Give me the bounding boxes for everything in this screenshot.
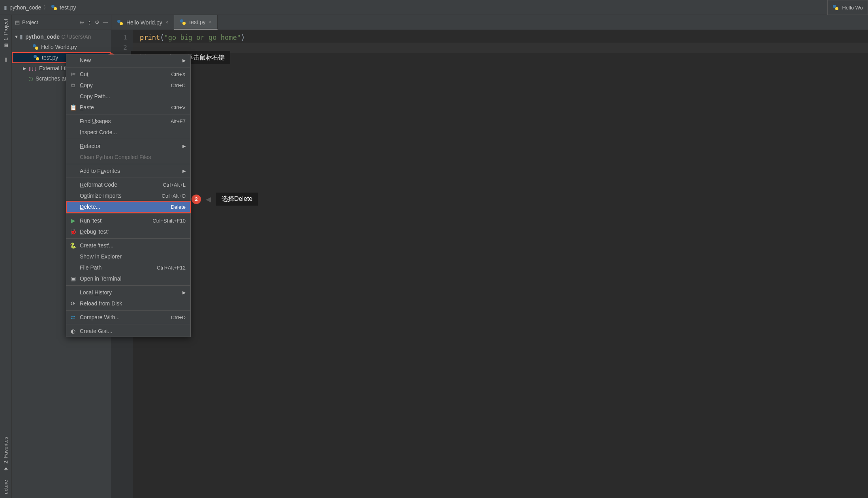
python-file-icon xyxy=(32,44,39,50)
menu-item-label: Open in Terminal xyxy=(80,275,186,282)
submenu-arrow-icon: ▶ xyxy=(182,290,186,295)
copy-icon: ⧉ xyxy=(70,82,77,89)
code-token-fn: print xyxy=(140,32,160,43)
folder-nav-icon[interactable]: ▮ xyxy=(4,56,8,62)
menu-item-label: Compare With... xyxy=(80,314,171,320)
gear-icon[interactable]: ⚙ xyxy=(95,19,100,25)
left-tool-gutter: ▤ 1: Project ▮ ★ 2: Favorites ucture xyxy=(0,15,12,498)
menu-item-create-gist[interactable]: ◐Create Gist... xyxy=(66,326,190,337)
tool-tab-project-label: 1: Project xyxy=(3,19,9,41)
menu-shortcut: Ctrl+Alt+O xyxy=(162,193,186,199)
hide-icon[interactable]: — xyxy=(103,19,108,25)
menu-item-add-to-favorites[interactable]: Add to Favorites▶ xyxy=(66,165,190,176)
svg-point-2 xyxy=(833,5,836,8)
menu-item-new[interactable]: New▶ xyxy=(66,55,190,66)
menu-item-clean-python-compiled-files: Clean Python Compiled Files xyxy=(66,152,190,163)
editor-tab-test[interactable]: test.py × xyxy=(174,15,218,30)
menu-item-local-history[interactable]: Local History▶ xyxy=(66,287,190,298)
breadcrumb-root-label: python_code xyxy=(9,4,41,11)
tool-tab-favorites[interactable]: ★ 2: Favorites xyxy=(1,433,10,476)
svg-point-7 xyxy=(36,57,39,60)
menu-shortcut: Alt+F7 xyxy=(171,118,186,124)
menu-item-copy-path[interactable]: Copy Path... xyxy=(66,91,190,102)
menu-item-find-usages[interactable]: Find UsagesAlt+F7 xyxy=(66,116,190,127)
tool-tab-project[interactable]: ▤ 1: Project xyxy=(1,15,10,52)
menu-item-compare-with[interactable]: ⇄Compare With...Ctrl+D xyxy=(66,312,190,323)
menu-shortcut: Ctrl+Shift+F10 xyxy=(152,218,186,224)
menu-item-label: Refactor xyxy=(80,143,182,149)
tree-root-label: python_code xyxy=(25,34,60,40)
menu-item-label: Paste xyxy=(80,104,171,110)
tool-tab-structure[interactable]: ucture xyxy=(1,476,10,498)
breadcrumb-file-label: test.py xyxy=(60,4,76,11)
menu-item-label: New xyxy=(80,57,182,64)
annotation-callout-2: 2◀选择Delete xyxy=(192,193,258,206)
menu-item-inspect-code[interactable]: Inspect Code... xyxy=(66,127,190,138)
python-file-icon xyxy=(51,4,57,11)
close-icon[interactable]: × xyxy=(165,19,169,25)
project-panel-header: ▤ Project ⊕ ≑ ⚙ — xyxy=(12,15,111,30)
menu-item-cut[interactable]: ✄CutCtrl+X xyxy=(66,69,190,80)
folder-icon: ▮ xyxy=(20,34,23,40)
breadcrumb-file[interactable]: test.py xyxy=(51,4,76,11)
code-content[interactable]: print("go big or go home") xyxy=(133,30,868,498)
menu-item-paste[interactable]: 📋PasteCtrl+V xyxy=(66,102,190,113)
breadcrumb-bar: ▮ python_code 〉 test.py Hello Wo xyxy=(0,0,868,15)
menu-item-delete[interactable]: Delete...Delete xyxy=(66,201,190,212)
menu-item-reload-from-disk[interactable]: ⟳Reload from Disk xyxy=(66,298,190,309)
breadcrumb-root[interactable]: ▮ python_code xyxy=(4,4,41,11)
submenu-arrow-icon: ▶ xyxy=(182,168,186,174)
svg-point-10 xyxy=(180,19,183,22)
menu-item-label: Create Gist... xyxy=(80,328,186,334)
menu-shortcut: Ctrl+Alt+L xyxy=(163,182,186,188)
menu-item-label: Delete... xyxy=(80,204,171,210)
menu-item-label: Show in Explorer xyxy=(80,253,186,260)
menu-item-label: Add to Favorites xyxy=(80,168,182,174)
line-number: 1 xyxy=(111,32,127,43)
scratches-icon: ◷ xyxy=(28,75,33,82)
menu-divider xyxy=(66,139,190,139)
menu-item-label: Find Usages xyxy=(80,118,171,124)
locate-icon[interactable]: ⊕ xyxy=(80,19,84,25)
menu-divider xyxy=(66,285,190,286)
libraries-icon: ⫿⫿⫿ xyxy=(28,65,37,71)
menu-item-open-in-terminal[interactable]: ▣Open in Terminal xyxy=(66,273,190,284)
project-view-icon: ▤ xyxy=(15,19,20,25)
menu-item-file-path[interactable]: File PathCtrl+Alt+F12 xyxy=(66,262,190,273)
menu-item-optimize-imports[interactable]: Optimize ImportsCtrl+Alt+O xyxy=(66,190,190,201)
expand-icon[interactable]: ≑ xyxy=(87,19,92,25)
submenu-arrow-icon: ▶ xyxy=(182,144,186,149)
create-icon: ◐ xyxy=(70,328,77,334)
compare-icon: ⇄ xyxy=(70,314,77,320)
run-icon: ▶ xyxy=(70,217,77,224)
menu-item-refactor[interactable]: Refactor▶ xyxy=(66,140,190,152)
svg-point-6 xyxy=(34,55,37,58)
menu-item-label: Reload from Disk xyxy=(80,300,186,307)
editor-tab-hello[interactable]: Hello World.py × xyxy=(111,15,174,30)
menu-item-debug-test[interactable]: 🐞Debug 'test' xyxy=(66,226,190,237)
folder-icon: ▮ xyxy=(4,4,7,11)
svg-point-4 xyxy=(33,44,36,47)
menu-item-label: Copy xyxy=(80,82,171,88)
menu-divider xyxy=(66,178,190,178)
menu-divider xyxy=(66,324,190,324)
menu-divider xyxy=(66,164,190,164)
menu-item-label: Debug 'test' xyxy=(80,228,186,235)
tool-tab-favorites-label: 2: Favorites xyxy=(3,437,9,464)
menu-item-run-test[interactable]: ▶Run 'test'Ctrl+Shift+F10 xyxy=(66,215,190,226)
menu-item-show-in-explorer[interactable]: Show in Explorer xyxy=(66,251,190,262)
menu-item-label: Cut xyxy=(80,71,171,77)
tree-root[interactable]: ▼ ▮ python_code C:\Users\An xyxy=(12,32,111,42)
editor-tab-label: Hello World.py xyxy=(126,19,162,26)
menu-item-reformat-code[interactable]: Reformat CodeCtrl+Alt+L xyxy=(66,179,190,190)
submenu-arrow-icon: ▶ xyxy=(182,58,186,63)
menu-item-copy[interactable]: ⧉CopyCtrl+C xyxy=(66,80,190,91)
tree-file-label: Hello World.py xyxy=(41,44,77,50)
run-config-selector[interactable]: Hello Wo xyxy=(827,0,868,15)
tree-file-hello[interactable]: Hello World.py xyxy=(12,42,111,52)
svg-point-0 xyxy=(51,5,54,8)
close-icon[interactable]: × xyxy=(209,19,212,25)
tree-scratches-label: Scratches an xyxy=(36,75,68,82)
menu-item-create-test[interactable]: 🐍Create 'test'... xyxy=(66,240,190,251)
editor-body[interactable]: 1 2 print("go big or go home") xyxy=(111,30,868,498)
